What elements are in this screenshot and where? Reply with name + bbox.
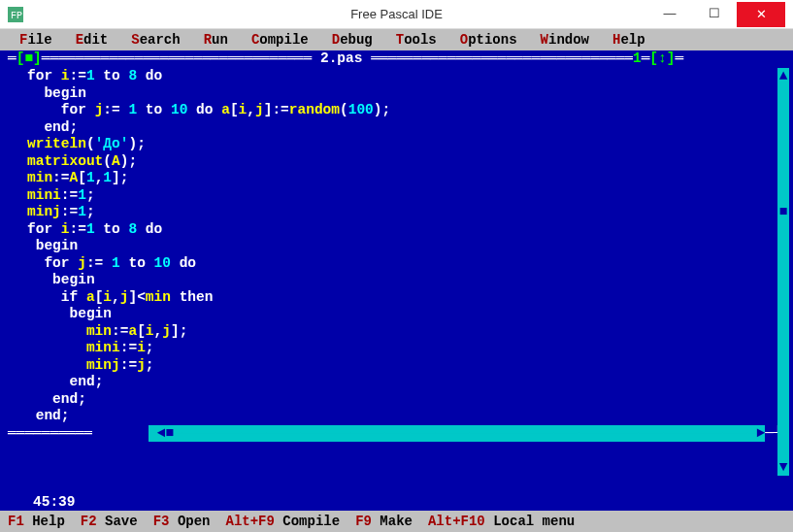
status-local-menu[interactable]: Alt+F10 Local menu [428,514,586,529]
minimize-button[interactable]: — [647,2,692,25]
menu-window[interactable]: Window [529,31,601,49]
status-compile[interactable]: Alt+F9 Compile [225,514,351,529]
menu-file[interactable]: File [8,31,64,49]
code-line[interactable]: for j:= 1 to 10 do [27,255,777,273]
code-line[interactable]: begin [27,85,777,103]
cursor-position: 45:39 [27,494,82,512]
app-icon: FP [8,7,23,22]
editor-filename: 2.pas [320,50,363,68]
code-line[interactable]: minj:=j; [27,357,777,375]
close-button[interactable]: ✕ [737,2,785,27]
window-title: Free Pascal IDE [350,7,443,21]
scroll-right-icon[interactable]: ► [757,425,766,443]
menu-search[interactable]: Search [119,31,191,49]
code-line[interactable]: for i:=1 to 8 do [27,68,777,85]
editor-frame-bottom: ══════════ ◄■───────────────────────────… [0,425,793,443]
editor-frame-top: ═[■]════════════════════════════════ 2.p… [0,50,793,68]
code-line[interactable]: min:=a[i,j]; [27,323,777,341]
menu-debug[interactable]: Debug [320,31,384,49]
menu-help[interactable]: Help [601,31,657,49]
status-help[interactable]: F1 Help [8,514,77,529]
code-line[interactable]: writeln('До'); [27,136,777,153]
status-save[interactable]: F2 Save [81,514,149,529]
window-controls: — ☐ ✕ [647,2,785,27]
titlebar: FP Free Pascal IDE — ☐ ✕ [0,0,793,29]
editor-area[interactable]: ═[■]════════════════════════════════ 2.p… [0,50,793,511]
code-line[interactable]: mini:=1; [27,187,777,205]
code-line[interactable]: end; [27,391,777,409]
menu-edit[interactable]: Edit [64,31,120,49]
code-line[interactable]: begin [27,272,777,289]
code-line[interactable]: begin [27,238,777,255]
menu-options[interactable]: Options [448,31,529,49]
menu-run[interactable]: Run [192,31,240,49]
code-line[interactable]: end; [27,408,777,425]
code-line[interactable]: end; [27,119,777,137]
code-line[interactable]: for i:=1 to 8 do [27,221,777,239]
code-line[interactable]: for j:= 1 to 10 do a[i,j]:=random(100); [27,102,777,119]
code-line[interactable]: if a[i,j]<min then [27,289,777,307]
statusbar: F1 HelpF2 SaveF3 OpenAlt+F9 CompileF9 Ma… [0,511,793,532]
code-line[interactable]: minj:=1; [27,204,777,221]
status-make[interactable]: F9 Make [355,514,424,529]
svg-text:FP: FP [11,11,22,21]
status-open[interactable]: F3 Open [153,514,222,529]
code-line[interactable]: end; [27,374,777,391]
vertical-scrollbar[interactable]: ▲ ■ ▼ [777,68,789,493]
menu-tools[interactable]: Tools [384,31,448,49]
editor-window-number: 1 [633,50,642,68]
menubar: FileEditSearchRunCompileDebugToolsOption… [0,29,793,50]
code-body[interactable]: for i:=1 to 8 do begin for j:= 1 to 10 d… [0,68,793,425]
code-line[interactable]: matrixout(A); [27,153,777,171]
menu-compile[interactable]: Compile [240,31,320,49]
code-line[interactable]: min:=A[1,1]; [27,170,777,187]
maximize-button[interactable]: ☐ [692,2,737,25]
code-line[interactable]: begin [27,306,777,323]
scroll-left-icon[interactable]: ◄ [157,425,166,443]
code-line[interactable]: mini:=i; [27,340,777,357]
